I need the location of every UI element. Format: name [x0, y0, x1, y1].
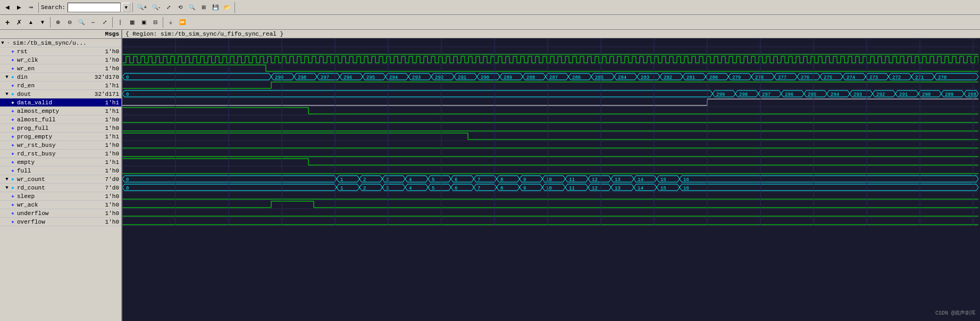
expand-icon[interactable]: ▼: [4, 75, 10, 80]
svg-text:289: 289: [504, 75, 512, 80]
signal-row[interactable]: ◆data_valid1'h1: [0, 98, 121, 107]
signal-row[interactable]: ◆prog_empty1'h1: [0, 133, 121, 141]
zoom-in-btn[interactable]: 🔍+: [135, 2, 149, 13]
zoom-cursor-btn[interactable]: ⟲: [175, 2, 186, 13]
svg-text:284: 284: [618, 75, 626, 80]
expand-icon[interactable]: ▼: [0, 40, 5, 46]
svg-text:299: 299: [275, 75, 283, 80]
jump-btn[interactable]: ⇒: [26, 2, 36, 13]
signal-row[interactable]: ◆almost_empty1'h1: [0, 107, 121, 116]
signal-row[interactable]: ▼◆rd_count7'd0: [0, 184, 121, 192]
svg-text:10: 10: [546, 177, 552, 183]
signal-row[interactable]: ◆wr_ack1'h0: [0, 201, 121, 209]
svg-text:295: 295: [808, 92, 816, 97]
signal-value: 1'h0: [92, 142, 121, 149]
signal-row[interactable]: ◆wr_en1'h0: [0, 64, 121, 73]
signal-icon: ◆: [10, 48, 16, 55]
move-up-btn[interactable]: ▲: [26, 17, 36, 28]
signal-row[interactable]: ◆underflow1'h0: [0, 209, 121, 218]
signal-row[interactable]: ◆full1'h0: [0, 167, 121, 175]
svg-text:275: 275: [824, 75, 832, 80]
svg-text:12: 12: [592, 177, 598, 183]
zoom-out-btn[interactable]: 🔍-: [150, 2, 162, 13]
expand-icon[interactable]: ▼: [4, 185, 10, 191]
signal-icon: ◆: [10, 168, 16, 174]
search-dropdown-btn[interactable]: ▼: [122, 3, 130, 12]
signal-row[interactable]: ▼◆wr_count7'd0: [0, 175, 121, 184]
zoom-full-wave-btn[interactable]: 🔍: [76, 17, 87, 28]
signal-name: rd_count: [17, 185, 92, 191]
signal-row[interactable]: ▼+sim:/tb_sim_sync/u...: [0, 39, 121, 47]
signal-name: din: [17, 74, 92, 80]
msgs-label: Msgs: [105, 31, 119, 37]
remove-sig-btn[interactable]: ✗: [14, 17, 24, 28]
signal-value: 1'h1: [92, 83, 121, 89]
zoom-in-wave-btn[interactable]: ⊕: [53, 17, 63, 28]
svg-text:293: 293: [412, 75, 421, 80]
svg-text:10: 10: [546, 186, 552, 191]
signal-row[interactable]: ◆almost_full1'h0: [0, 116, 121, 124]
signal-name: overflow: [17, 219, 92, 225]
signal-icon: ◆: [10, 202, 16, 208]
add-sig-btn[interactable]: +: [2, 17, 13, 28]
move-down-btn[interactable]: ▼: [37, 17, 48, 28]
signal-row[interactable]: ▼◆dout32'd171: [0, 90, 121, 98]
svg-text:290: 290: [922, 92, 931, 97]
signal-row[interactable]: ◆rst1'h0: [0, 47, 121, 56]
svg-text:288: 288: [968, 92, 976, 97]
svg-text:6: 6: [455, 177, 457, 183]
signal-row[interactable]: ◆overflow1'h0: [0, 218, 121, 226]
search-input[interactable]: [68, 3, 121, 12]
marker-btn[interactable]: ⊟: [150, 17, 161, 28]
expand-icon[interactable]: ▼: [4, 177, 10, 182]
prev-btn[interactable]: ◀: [2, 2, 13, 13]
load-btn[interactable]: 📂: [222, 2, 232, 13]
expand-icon[interactable]: ▼: [4, 92, 10, 97]
svg-text:0: 0: [126, 92, 129, 97]
signal-row[interactable]: ◆rd_rst_busy1'h0: [0, 150, 121, 158]
step-fwd-btn[interactable]: ⏩: [177, 17, 188, 28]
fit-btn[interactable]: ↔: [88, 17, 98, 28]
signal-row[interactable]: ◆prog_full1'h0: [0, 124, 121, 133]
nav-group: ◀ ▶ ⇒: [2, 2, 39, 13]
find-btn[interactable]: 🔍: [187, 2, 197, 13]
timeline-btn[interactable]: ▦: [127, 17, 137, 28]
svg-text:2: 2: [363, 177, 366, 183]
zoom-out-wave-btn[interactable]: ⊖: [64, 17, 75, 28]
svg-text:1: 1: [340, 186, 343, 191]
signal-row[interactable]: ▼◆din32'd170: [0, 73, 121, 81]
svg-text:5: 5: [432, 186, 434, 191]
next-btn[interactable]: ▶: [14, 2, 24, 13]
signal-value: 1'h0: [92, 48, 121, 55]
signal-row[interactable]: ◆wr_rst_busy1'h0: [0, 141, 121, 150]
zoom-full-btn[interactable]: ⤢: [163, 2, 174, 13]
clk-btn[interactable]: ⏚: [165, 17, 176, 28]
svg-text:0: 0: [126, 75, 129, 80]
signal-row[interactable]: ◆rd_en1'h1: [0, 81, 121, 90]
signal-name: rd_rst_busy: [17, 151, 92, 157]
signal-name: wr_ack: [17, 202, 92, 208]
signal-row[interactable]: ◆empty1'h1: [0, 158, 121, 167]
svg-text:274: 274: [847, 75, 855, 80]
svg-rect-0: [122, 38, 978, 227]
svg-text:292: 292: [876, 92, 885, 97]
save-btn[interactable]: 💾: [210, 2, 221, 13]
signal-row[interactable]: ◆sleep1'h0: [0, 192, 121, 201]
signal-row[interactable]: ◆wr_clk1'h0: [0, 56, 121, 64]
main-content: Msgs ▼+sim:/tb_sim_sync/u... ◆rst1'h0 ◆w…: [0, 30, 980, 321]
waveform-svg: 0299298297296295294293292291290289288287…: [122, 38, 978, 227]
signal-name: prog_full: [17, 125, 92, 131]
signal-name: sleep: [17, 193, 92, 200]
search-group: Search: ▼: [41, 3, 133, 12]
expand-wave-btn[interactable]: ⤢: [99, 17, 110, 28]
highlight-btn[interactable]: ▣: [138, 17, 149, 28]
waveform-area[interactable]: { Region: sim:/tb_sim_sync/u_fifo_sync_r…: [122, 30, 980, 321]
mark-btn[interactable]: ⊞: [198, 2, 209, 13]
signal-name: prog_empty: [17, 134, 92, 140]
signal-name: wr_clk: [17, 57, 92, 63]
svg-text:290: 290: [481, 75, 489, 80]
signal-icon: ◆: [10, 193, 16, 200]
cursor-btn[interactable]: |: [115, 17, 125, 28]
svg-text:6: 6: [455, 186, 457, 191]
signal-icon: ◆: [10, 117, 16, 123]
